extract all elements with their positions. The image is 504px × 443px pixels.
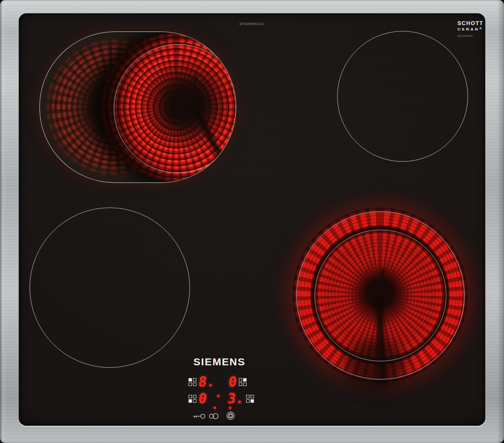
touch-point-dot	[214, 407, 216, 409]
schott-ceran-logo: SCHOTT CERAN® 9001197881	[458, 21, 483, 37]
power-level-front-left: 0	[197, 392, 207, 406]
zone-indicator-rear-right	[239, 378, 247, 386]
front-left-burner-ring	[30, 207, 190, 368]
display-rear-right[interactable]: 0	[228, 375, 247, 389]
inner-zone-ring	[315, 230, 446, 361]
power-level-rear-left: 8.	[197, 375, 216, 389]
front-right-burner	[288, 203, 472, 387]
display-front-left[interactable]: 0	[189, 392, 207, 406]
part-number: 9001197881	[458, 35, 483, 37]
touch-point-dot	[229, 407, 231, 409]
ceran-word: CERAN	[458, 27, 479, 31]
display-rear-left[interactable]: 8.	[189, 375, 215, 389]
rear-right-burner-ring	[337, 31, 468, 162]
main-zone-ring	[114, 44, 236, 173]
rear-left-dual-burner	[39, 31, 236, 183]
power-level-front-right: 3.	[226, 392, 245, 406]
zone-indicator-front-right	[246, 395, 254, 403]
triple-zone-icon[interactable]	[226, 411, 235, 420]
cooktop: EF645HNA1C SCHOTT CERAN® 9001197881 SIEM…	[0, 0, 504, 443]
brand-logo: SIEMENS	[193, 356, 246, 368]
power-level-rear-right: 0	[227, 375, 237, 389]
zone-indicator-rear-left	[189, 378, 196, 386]
ceran-text: CERAN®	[458, 27, 483, 31]
child-lock-key-icon[interactable]	[192, 413, 206, 420]
dual-zone-icon[interactable]	[209, 413, 219, 419]
display-front-right[interactable]: 3.	[227, 392, 254, 406]
schott-text: SCHOTT	[458, 21, 483, 27]
registered-mark: ®	[479, 27, 481, 30]
zone-indicator-front-left	[189, 395, 196, 403]
model-number: EF645HNA1C	[240, 22, 264, 26]
touch-point-dot	[217, 395, 220, 397]
